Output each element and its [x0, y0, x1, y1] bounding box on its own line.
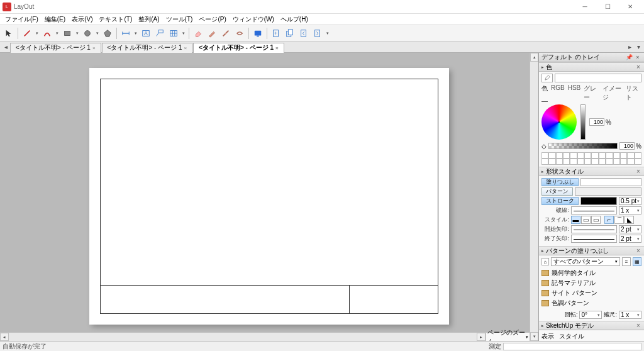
minimize-button[interactable]: ─ — [574, 1, 596, 13]
zoom-selector[interactable]: ページのズーム▾ — [486, 333, 530, 341]
dimension-tool-icon[interactable] — [119, 27, 132, 40]
join-miter-icon[interactable]: ⌐ — [604, 216, 614, 224]
pattern-swatch[interactable] — [575, 187, 641, 196]
pattern-scale-select[interactable]: 1 x▾ — [619, 311, 641, 319]
document-tab[interactable]: <タイトル不明> - ページ 1× — [102, 43, 193, 53]
color-tab-image[interactable]: イメージ — [602, 84, 623, 102]
scroll-up-icon[interactable]: ▴ — [530, 53, 538, 62]
start-arrow-size[interactable]: 2 pt▾ — [619, 225, 641, 233]
v-scroll-track[interactable] — [530, 62, 538, 332]
swatch[interactable] — [599, 152, 606, 159]
menu-pages[interactable]: ページ(P) — [196, 14, 228, 25]
swatch[interactable] — [563, 159, 570, 165]
fill-swatch[interactable] — [580, 178, 641, 186]
join-tool-icon[interactable] — [233, 27, 246, 40]
pattern-folder[interactable]: 色調パターン — [541, 298, 641, 308]
value-slider[interactable] — [580, 104, 586, 140]
swatch[interactable] — [635, 159, 641, 165]
menu-tools[interactable]: ツール(T) — [164, 14, 196, 25]
menu-file[interactable]: ファイル(F) — [3, 14, 41, 25]
swatch[interactable] — [606, 152, 613, 159]
panel-close-icon[interactable]: × — [635, 64, 641, 70]
pattern-home-icon[interactable]: ⌂ — [541, 258, 549, 265]
value-percent-input[interactable] — [589, 118, 604, 126]
current-color-swatch[interactable] — [555, 74, 641, 82]
tab-scroll-right[interactable]: ▸ — [625, 43, 634, 52]
cap-flat-icon[interactable]: ▬ — [571, 216, 580, 224]
color-tab-rgb[interactable]: RGB — [551, 84, 565, 102]
pattern-folder[interactable]: 幾何学的タイル — [541, 268, 641, 278]
close-button[interactable]: ✕ — [619, 1, 641, 13]
eyedropper-icon[interactable] — [541, 74, 553, 82]
document-tab-active[interactable]: <タイトル不明> - ページ 1× — [193, 43, 284, 53]
panel-close-icon[interactable]: × — [635, 247, 641, 254]
presentation-icon[interactable] — [252, 27, 264, 40]
alpha-slider[interactable] — [548, 143, 618, 149]
tab-menu[interactable]: ▾ — [634, 43, 643, 52]
alpha-percent-input[interactable] — [619, 142, 635, 150]
rect-tool-dropdown[interactable]: ▾ — [75, 31, 80, 36]
pattern-view-grid-icon[interactable]: ▦ — [633, 257, 641, 266]
cap-round-icon[interactable]: ▭ — [581, 216, 591, 224]
swatch[interactable] — [570, 152, 577, 159]
rect-tool-icon[interactable] — [61, 27, 74, 40]
erase-tool-icon[interactable] — [192, 27, 204, 40]
tray-pin-icon[interactable]: 📌 — [625, 53, 633, 61]
menu-window[interactable]: ウィンドウ(W) — [230, 14, 277, 25]
line-tool-icon[interactable] — [21, 27, 33, 40]
swatch[interactable] — [541, 159, 548, 165]
arc-tool-icon[interactable] — [41, 27, 53, 40]
tab-close-icon[interactable]: × — [275, 45, 279, 51]
swatch[interactable] — [620, 152, 627, 159]
pattern-toggle[interactable]: パターン — [541, 187, 573, 196]
label-tool-icon[interactable] — [153, 27, 166, 40]
swatch[interactable] — [620, 159, 627, 165]
join-bevel-icon[interactable]: ◣ — [625, 216, 634, 224]
measure-field[interactable] — [503, 343, 641, 350]
swatch[interactable] — [577, 159, 584, 165]
swatch[interactable] — [584, 152, 591, 159]
stroke-width-select[interactable]: 0.5 pt▾ — [619, 197, 641, 205]
stroke-swatch[interactable] — [580, 197, 617, 205]
swatch[interactable] — [627, 159, 634, 165]
pattern-folder[interactable]: 記号マテリアル — [541, 278, 641, 288]
vertical-scrollbar[interactable]: ▴ ▾ — [530, 53, 538, 341]
swatch[interactable] — [606, 159, 613, 165]
select-tool-icon[interactable] — [3, 27, 15, 40]
arc-tool-dropdown[interactable]: ▾ — [55, 31, 60, 36]
swatch[interactable] — [556, 152, 563, 159]
color-tab-gray[interactable]: グレー — [584, 84, 599, 102]
panel-title-color[interactable]: ▸色× — [539, 62, 644, 72]
dup-page-icon[interactable] — [284, 27, 296, 40]
join-round-icon[interactable]: ⌒ — [614, 216, 624, 224]
swatch[interactable] — [591, 152, 598, 159]
color-tab-hsb[interactable]: HSB — [568, 84, 581, 102]
scroll-left-icon[interactable]: ◂ — [0, 333, 9, 341]
tab-close-icon[interactable]: × — [184, 45, 187, 51]
pattern-folder[interactable]: サイト パターン — [541, 288, 641, 298]
swatch[interactable] — [548, 152, 555, 159]
menu-text[interactable]: テキスト(T) — [96, 14, 135, 25]
menu-help[interactable]: ヘルプ(H) — [278, 14, 311, 25]
su-tab-style[interactable]: スタイル — [559, 332, 584, 341]
cap-square-icon[interactable]: ▭ — [591, 216, 601, 224]
swatch[interactable] — [584, 159, 591, 165]
add-page-icon[interactable]: + — [270, 27, 282, 40]
start-arrow-preview[interactable] — [571, 225, 617, 233]
pattern-category-select[interactable]: すべてのパターン▾ — [551, 257, 620, 266]
tray-header[interactable]: デフォルト のトレイ 📌 × — [539, 53, 644, 62]
tab-scroll-left[interactable]: ◂ — [1, 43, 10, 52]
next-page-icon[interactable] — [311, 27, 324, 40]
horizontal-scrollbar[interactable]: ◂ ▸ ページのズーム▾ — [0, 332, 530, 341]
canvas-viewport[interactable] — [0, 53, 530, 332]
swatch[interactable] — [577, 152, 584, 159]
swatch[interactable] — [613, 152, 620, 159]
page-nav-dropdown[interactable]: ▾ — [325, 31, 330, 36]
menu-arrange[interactable]: 整列(A) — [136, 14, 162, 25]
menu-view[interactable]: 表示(V) — [69, 14, 95, 25]
scroll-right-icon[interactable]: ▸ — [477, 333, 486, 341]
panel-title-shape[interactable]: ▸形状スタイル× — [539, 167, 644, 176]
h-scroll-track[interactable] — [9, 333, 477, 341]
document-tab[interactable]: <タイトル不明> - ページ 1× — [10, 43, 101, 53]
style-tool-icon[interactable] — [206, 27, 218, 40]
